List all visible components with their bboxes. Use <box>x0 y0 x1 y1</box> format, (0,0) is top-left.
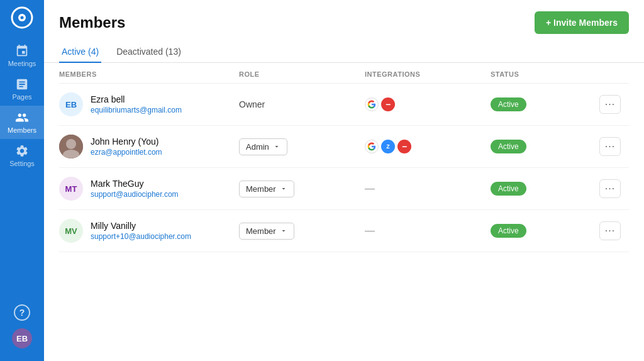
member-email-ezra[interactable]: equilibriumarts@gmail.com <box>91 106 182 114</box>
role-cell-john: Admin <box>239 138 365 155</box>
col-actions <box>591 70 629 78</box>
integrations-ezra: − <box>365 97 491 111</box>
sidebar-item-members[interactable]: Members <box>0 106 44 139</box>
svg-point-4 <box>66 139 76 149</box>
member-cell-ezra: EB Ezra bell equilibriumarts@gmail.com <box>59 92 239 116</box>
app-logo-icon <box>11 6 33 29</box>
chevron-down-icon <box>280 185 287 192</box>
avatar-ezra: EB <box>59 92 83 116</box>
tab-active[interactable]: Active (4) <box>59 42 101 63</box>
status-badge-mark: Active <box>491 182 526 196</box>
pages-label: Pages <box>12 93 31 101</box>
member-email-john[interactable]: ezra@appointlet.com <box>91 148 162 157</box>
more-cell-john: ··· <box>591 137 629 156</box>
status-cell-mark: Active <box>491 182 591 196</box>
more-button-john[interactable]: ··· <box>599 137 621 156</box>
status-badge-milly: Active <box>491 224 526 238</box>
sidebar-item-pages[interactable]: Pages <box>0 72 44 106</box>
minus-icon: − <box>397 140 411 153</box>
integrations-john: Z − <box>365 140 491 153</box>
avatar-milly: MV <box>59 219 83 243</box>
role-dropdown-milly[interactable]: Member <box>239 223 294 240</box>
more-button-milly[interactable]: ··· <box>599 221 621 240</box>
avatar-mark: MT <box>59 177 83 201</box>
page-title: Members <box>59 14 125 31</box>
main-content: Members + Invite Members Active (4) Deac… <box>44 0 644 361</box>
status-badge-john: Active <box>491 140 526 153</box>
role-cell-mark: Member <box>239 181 365 197</box>
zoom-icon: Z <box>381 140 395 153</box>
role-text-ezra: Owner <box>239 99 265 109</box>
more-button-mark[interactable]: ··· <box>599 179 621 198</box>
status-cell-ezra: Active <box>491 97 591 111</box>
more-cell-ezra: ··· <box>591 95 629 114</box>
member-name-milly: Milly Vanilly <box>91 221 191 231</box>
members-icon <box>15 111 29 125</box>
status-cell-milly: Active <box>491 224 591 238</box>
status-cell-john: Active <box>491 140 591 153</box>
status-badge-ezra: Active <box>491 97 526 111</box>
sidebar: Meetings Pages Members Settings ? EB <box>0 0 44 361</box>
member-info-ezra: Ezra bell equilibriumarts@gmail.com <box>91 94 182 114</box>
member-email-milly[interactable]: support+10@audiocipher.com <box>91 232 191 241</box>
svg-point-2 <box>21 16 24 19</box>
integrations-mark: — <box>365 183 491 194</box>
table-row: John Henry (You) ezra@appointlet.com Adm… <box>59 126 629 168</box>
user-avatar[interactable]: EB <box>12 328 32 348</box>
member-name-john: John Henry (You) <box>91 136 162 147</box>
page-header: Members + Invite Members <box>44 0 644 42</box>
member-cell-mark: MT Mark TheGuy support@audiocipher.com <box>59 177 239 201</box>
col-members: MEMBERS <box>59 70 239 78</box>
tabs-container: Active (4) Deactivated (13) <box>44 42 644 63</box>
google-integration-icon <box>365 97 379 111</box>
meetings-icon <box>15 44 29 58</box>
minus-integration-icon: − <box>381 97 395 111</box>
role-dropdown-mark[interactable]: Member <box>239 181 294 197</box>
pages-icon <box>15 77 29 91</box>
meetings-label: Meetings <box>8 60 36 67</box>
invite-members-button[interactable]: + Invite Members <box>535 11 629 34</box>
google-icon <box>365 140 379 153</box>
help-button[interactable]: ? <box>14 304 30 321</box>
sidebar-item-settings[interactable]: Settings <box>0 139 44 172</box>
chevron-down-icon <box>273 143 280 150</box>
settings-label: Settings <box>9 160 35 167</box>
role-cell-milly: Member <box>239 223 365 240</box>
table-header: MEMBERS ROLE INTEGRATIONS STATUS <box>59 63 629 84</box>
member-info-milly: Milly Vanilly support+10@audiocipher.com <box>91 221 191 241</box>
sidebar-bottom: ? EB <box>12 304 32 355</box>
member-cell-milly: MV Milly Vanilly support+10@audiocipher.… <box>59 219 239 243</box>
members-label: Members <box>8 126 36 134</box>
member-cell-john: John Henry (You) ezra@appointlet.com <box>59 135 239 158</box>
members-table: MEMBERS ROLE INTEGRATIONS STATUS EB Ezra… <box>44 63 644 361</box>
member-email-mark[interactable]: support@audiocipher.com <box>91 190 179 199</box>
more-button-ezra[interactable]: ··· <box>599 95 621 114</box>
col-role: ROLE <box>239 70 365 78</box>
table-row: MT Mark TheGuy support@audiocipher.com M… <box>59 168 629 210</box>
table-row: MV Milly Vanilly support+10@audiocipher.… <box>59 210 629 252</box>
table-row: EB Ezra bell equilibriumarts@gmail.com O… <box>59 84 629 126</box>
member-info-john: John Henry (You) ezra@appointlet.com <box>91 136 162 157</box>
more-cell-milly: ··· <box>591 221 629 240</box>
col-integrations: INTEGRATIONS <box>365 70 491 78</box>
no-integrations-mark: — <box>365 183 375 194</box>
integrations-milly: — <box>365 225 491 236</box>
role-dropdown-john[interactable]: Admin <box>239 138 287 155</box>
member-name-ezra: Ezra bell <box>91 94 182 104</box>
sidebar-item-meetings[interactable]: Meetings <box>0 39 44 72</box>
settings-icon <box>15 144 29 158</box>
no-integrations-milly: — <box>365 225 375 236</box>
col-status: STATUS <box>491 70 591 78</box>
tab-deactivated[interactable]: Deactivated (13) <box>114 42 184 63</box>
member-name-mark: Mark TheGuy <box>91 179 179 189</box>
member-info-mark: Mark TheGuy support@audiocipher.com <box>91 179 179 199</box>
more-cell-mark: ··· <box>591 179 629 198</box>
chevron-down-icon <box>280 227 287 235</box>
avatar-john <box>59 135 83 158</box>
role-cell-ezra: Owner <box>239 99 365 110</box>
